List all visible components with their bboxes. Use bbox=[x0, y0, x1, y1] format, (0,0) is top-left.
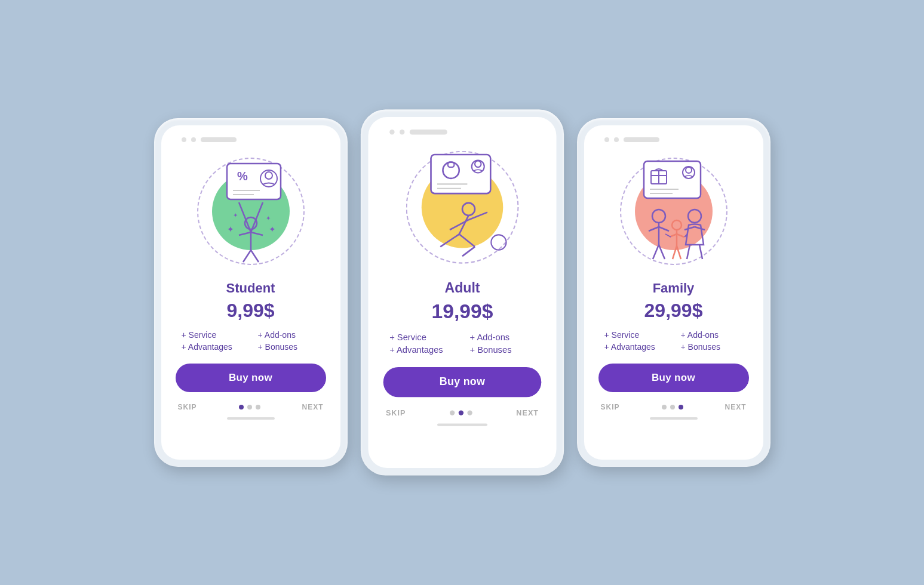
svg-line-45 bbox=[653, 245, 659, 259]
phone-family: Family 29,99$ + Service + Add-ons + Adva… bbox=[577, 118, 770, 467]
adult-home-bar bbox=[437, 423, 487, 426]
notch-dot-2 bbox=[191, 137, 196, 142]
student-svg: % ✦ ✦ ✦ ✦ bbox=[200, 158, 302, 265]
notch-dot-a2 bbox=[400, 130, 404, 134]
notch-dot-1 bbox=[182, 137, 186, 142]
student-dot-2 bbox=[247, 405, 252, 410]
svg-text:✦: ✦ bbox=[266, 215, 271, 221]
svg-line-27 bbox=[440, 234, 459, 247]
adult-next[interactable]: NEXT bbox=[516, 408, 539, 417]
svg-point-41 bbox=[652, 210, 665, 223]
phone-student: % ✦ ✦ ✦ ✦ bbox=[154, 118, 348, 467]
svg-rect-33 bbox=[644, 161, 701, 198]
svg-text:✦: ✦ bbox=[227, 224, 234, 234]
svg-line-8 bbox=[239, 232, 251, 235]
svg-line-55 bbox=[695, 227, 705, 230]
student-feature-3: + Advantages bbox=[182, 342, 244, 352]
family-dot-3 bbox=[679, 405, 683, 410]
svg-line-56 bbox=[687, 245, 690, 259]
svg-line-29 bbox=[462, 247, 475, 256]
student-feature-2: + Add-ons bbox=[258, 330, 320, 340]
student-features: + Service + Add-ons + Advantages + Bonus… bbox=[176, 330, 326, 352]
svg-line-43 bbox=[649, 227, 659, 231]
student-home-bar bbox=[227, 417, 275, 420]
notch-dot-f1 bbox=[604, 137, 609, 142]
family-dot-2 bbox=[670, 405, 675, 410]
svg-line-31 bbox=[468, 212, 487, 220]
student-skip[interactable]: SKIP bbox=[178, 403, 197, 411]
notch-dot-f2 bbox=[614, 137, 619, 142]
svg-point-25 bbox=[462, 202, 475, 215]
adult-dots bbox=[450, 410, 472, 415]
family-price: 29,99$ bbox=[644, 300, 703, 322]
svg-point-38 bbox=[686, 167, 692, 173]
student-buy-button[interactable]: Buy now bbox=[176, 364, 326, 392]
family-features: + Service + Add-ons + Advantages + Bonus… bbox=[598, 330, 749, 352]
notch-dot-a1 bbox=[389, 130, 394, 134]
family-dot-1 bbox=[662, 405, 667, 410]
adult-nav: SKIP NEXT bbox=[383, 408, 541, 417]
svg-line-57 bbox=[699, 245, 702, 259]
adult-feature-2: + Add-ons bbox=[469, 332, 535, 342]
student-dot-3 bbox=[256, 405, 260, 410]
svg-line-51 bbox=[673, 246, 677, 259]
svg-line-54 bbox=[684, 227, 695, 230]
svg-text:%: % bbox=[237, 170, 248, 183]
family-feature-4: + Bonuses bbox=[681, 342, 743, 352]
phone-adult: Adult 19,99$ + Service + Add-ons + Advan… bbox=[360, 109, 563, 475]
notch-student bbox=[176, 137, 237, 142]
illustration-adult bbox=[400, 144, 525, 270]
adult-feature-4: + Bonuses bbox=[469, 344, 535, 355]
family-home-bar bbox=[650, 417, 698, 420]
family-buy-button[interactable]: Buy now bbox=[598, 364, 749, 392]
student-dot-1 bbox=[239, 405, 244, 410]
screen-family: Family 29,99$ + Service + Add-ons + Adva… bbox=[584, 125, 763, 460]
notch-bar-f bbox=[624, 137, 659, 142]
adult-skip[interactable]: SKIP bbox=[385, 408, 406, 417]
svg-line-50 bbox=[677, 234, 684, 237]
family-dots bbox=[662, 405, 683, 410]
adult-dot-2 bbox=[458, 410, 463, 415]
svg-line-28 bbox=[459, 234, 474, 247]
adult-features: + Service + Add-ons + Advantages + Bonus… bbox=[383, 332, 541, 355]
adult-dot-1 bbox=[450, 410, 455, 415]
notch-family bbox=[598, 137, 659, 142]
notch-bar bbox=[201, 137, 237, 142]
svg-line-46 bbox=[659, 245, 665, 259]
adult-buy-button[interactable]: Buy now bbox=[383, 367, 541, 397]
phones-container: % ✦ ✦ ✦ ✦ bbox=[154, 118, 770, 467]
adult-svg bbox=[406, 149, 518, 265]
notch-bar-a bbox=[409, 130, 447, 134]
svg-line-9 bbox=[251, 232, 263, 235]
svg-point-53 bbox=[688, 210, 701, 223]
adult-feature-1: + Service bbox=[389, 332, 455, 342]
svg-rect-18 bbox=[431, 154, 490, 193]
svg-line-52 bbox=[677, 246, 681, 259]
adult-dot-3 bbox=[467, 410, 472, 415]
screen-student: % ✦ ✦ ✦ ✦ bbox=[161, 125, 340, 460]
svg-line-58 bbox=[665, 234, 671, 237]
family-svg bbox=[620, 156, 727, 267]
screen-adult: Adult 19,99$ + Service + Add-ons + Advan… bbox=[368, 117, 556, 468]
family-title: Family bbox=[653, 281, 695, 296]
svg-point-32 bbox=[491, 235, 506, 250]
svg-text:✦: ✦ bbox=[233, 212, 238, 218]
family-feature-1: + Service bbox=[604, 330, 667, 340]
svg-text:✦: ✦ bbox=[269, 224, 276, 234]
family-skip[interactable]: SKIP bbox=[601, 403, 620, 411]
student-feature-4: + Bonuses bbox=[258, 342, 320, 352]
svg-line-44 bbox=[659, 227, 669, 231]
svg-point-47 bbox=[672, 220, 682, 230]
family-feature-3: + Advantages bbox=[604, 342, 667, 352]
student-price: 9,99$ bbox=[226, 300, 274, 322]
svg-line-12 bbox=[243, 250, 251, 262]
family-feature-2: + Add-ons bbox=[681, 330, 743, 340]
illustration-student: % ✦ ✦ ✦ ✦ bbox=[191, 152, 311, 271]
illustration-family bbox=[614, 152, 733, 271]
student-dots bbox=[239, 405, 260, 410]
adult-feature-3: + Advantages bbox=[389, 344, 455, 355]
student-next[interactable]: NEXT bbox=[302, 403, 323, 411]
family-next[interactable]: NEXT bbox=[725, 403, 746, 411]
adult-title: Adult bbox=[444, 280, 480, 296]
adult-price: 19,99$ bbox=[431, 300, 493, 324]
